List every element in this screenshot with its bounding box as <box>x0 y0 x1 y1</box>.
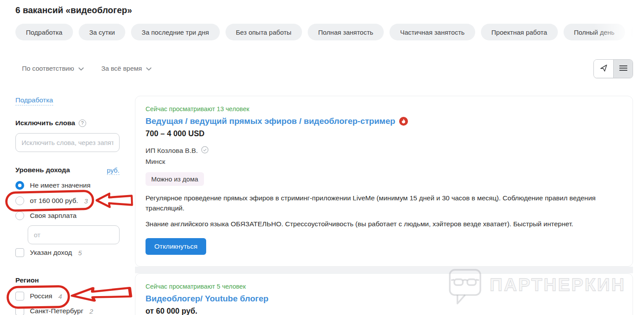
list-view-button[interactable] <box>613 60 633 78</box>
radio-unselected[interactable] <box>15 211 24 220</box>
vacancy-list: Сейчас просматривают 13 человек Ведущая … <box>135 96 633 315</box>
viewers-count: Сейчас просматривают 13 человек <box>146 105 620 112</box>
question-circle-icon[interactable]: ? <box>79 119 86 127</box>
region-spb-label: Санкт-Петербург <box>30 307 84 315</box>
company-link[interactable]: ИП Козлова В.В. <box>146 146 209 156</box>
income-specified-label: Указан доход <box>30 249 72 257</box>
vacancy-title-text: Видеоблогер/ Youtube блогер <box>146 294 269 304</box>
income-radio-custom[interactable]: Своя зарплата <box>15 211 76 220</box>
region-checkbox-spb[interactable]: Санкт-Петербург 2 <box>15 307 93 315</box>
apply-button[interactable]: Откликнуться <box>146 238 206 255</box>
income-radio-custom-label: Своя зарплата <box>30 212 76 220</box>
radio-selected[interactable] <box>15 181 24 190</box>
viewers-count: Сейчас просматривают 5 человек <box>146 283 620 290</box>
annotation-arrow-russia <box>70 284 133 304</box>
checkbox-unchecked[interactable] <box>15 248 24 257</box>
remote-work-tag: Можно из дома <box>146 172 204 186</box>
check-circle-icon <box>201 146 209 156</box>
radio-unselected[interactable] <box>15 196 24 205</box>
region-checkbox-russia[interactable]: Россия 4 <box>15 292 62 301</box>
filter-chip-no-experience[interactable]: Без опыта работы <box>226 24 302 40</box>
geo-arrow-icon <box>599 64 608 74</box>
region-title: Регион <box>15 276 39 284</box>
vacancy-title-text: Ведущая / ведущий прямых эфиров / видеоб… <box>146 116 395 126</box>
page-title: 6 вакансий «видеоблогер» <box>15 5 132 15</box>
time-period-dropdown[interactable]: За всё время <box>102 65 152 72</box>
map-view-button[interactable] <box>594 60 613 78</box>
income-radio-any-label: Не имеет значения <box>30 181 91 189</box>
sidebar-link-podrabotka[interactable]: Подработка <box>15 96 53 105</box>
income-level-title: Уровень дохода <box>15 166 70 174</box>
filter-chip-project-work[interactable]: Проектная работа <box>481 24 558 40</box>
region-russia-label: Россия <box>30 292 52 300</box>
filter-chip-three-days[interactable]: За последние три дня <box>131 24 219 40</box>
checkbox-unchecked[interactable] <box>15 292 24 301</box>
checkbox-unchecked[interactable] <box>15 307 24 315</box>
income-radio-from-label: от 160 000 руб. <box>30 197 78 205</box>
vacancy-description-2: Знание английского языка ОБЯЗАТЕЛЬНО. Ст… <box>146 219 620 229</box>
annotation-arrow-income <box>95 192 133 209</box>
vacancy-title-link[interactable]: Видеоблогер/ Youtube блогер <box>146 294 269 304</box>
income-radio-any[interactable]: Не имеет значения <box>15 181 91 190</box>
chevron-down-icon <box>146 65 152 72</box>
filter-chip-full-day[interactable]: Полный день <box>564 24 625 40</box>
income-specified-count: 5 <box>78 249 82 257</box>
income-specified-checkbox[interactable]: Указан доход 5 <box>15 248 82 257</box>
exclude-words-label: Исключить слова <box>15 119 75 127</box>
vacancy-city: Минск <box>146 158 620 166</box>
view-toggle <box>593 59 633 78</box>
exclude-words-title: Исключить слова ? <box>15 119 86 127</box>
sort-by-dropdown[interactable]: По соответствию <box>22 65 84 72</box>
vacancy-card: Сейчас просматривают 5 человек Видеоблог… <box>135 273 633 315</box>
vacancy-description-1: Регулярное проведение прямых эфиров в ст… <box>146 193 620 214</box>
fire-icon <box>399 117 408 126</box>
vacancy-card: Сейчас просматривают 13 человек Ведущая … <box>135 96 633 267</box>
exclude-words-input[interactable] <box>15 133 120 152</box>
salary-from-input[interactable] <box>28 225 120 244</box>
income-radio-from-160000[interactable]: от 160 000 руб. 3 <box>15 196 88 205</box>
filter-chip-part-employment[interactable]: Частичная занятость <box>389 24 475 40</box>
filter-chip-podrabotka[interactable]: Подработка <box>15 24 73 40</box>
filter-chip-full-employment[interactable]: Полная занятость <box>308 24 384 40</box>
sort-row: По соответствию За всё время <box>22 65 152 72</box>
filter-chips-row: Подработка За сутки За последние три дня… <box>15 24 644 40</box>
chevron-down-icon <box>78 65 84 72</box>
vacancy-salary: 700 – 4 000 USD <box>146 129 620 138</box>
filter-chip-za-sutki[interactable]: За сутки <box>79 24 125 40</box>
sort-by-label: По соответствию <box>22 65 74 72</box>
region-russia-count: 4 <box>58 293 62 300</box>
vacancy-search-page: 6 вакансий «видеоблогер» Подработка За с… <box>0 0 644 315</box>
currency-link[interactable]: руб. <box>107 167 120 175</box>
vacancy-title-link[interactable]: Ведущая / ведущий прямых эфиров / видеоб… <box>146 116 408 126</box>
region-spb-count: 2 <box>90 308 93 315</box>
card-divider <box>135 267 633 273</box>
time-period-label: За всё время <box>102 65 142 72</box>
filter-chip-shift[interactable]: Сменный график <box>631 24 644 40</box>
company-name: ИП Козлова В.В. <box>146 147 198 155</box>
vacancy-salary: от 60 000 руб. <box>146 307 620 315</box>
list-lines-icon <box>619 65 627 72</box>
income-radio-from-count: 3 <box>84 197 88 205</box>
